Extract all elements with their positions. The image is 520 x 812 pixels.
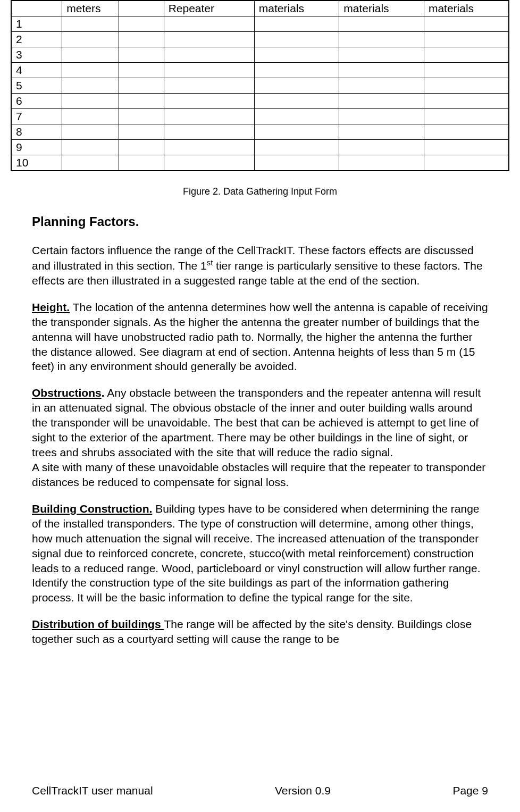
table-header: materials (424, 1, 509, 16)
data-gathering-table: meters Repeater materials materials mate… (11, 0, 509, 171)
intro-paragraph: Certain factors influence the range of t… (32, 243, 488, 288)
obstructions-label: Obstructions (32, 387, 102, 399)
table-row: 5 (11, 78, 509, 94)
height-paragraph: Height. The location of the antenna dete… (32, 300, 488, 374)
table-body: 1 2 3 4 5 6 7 8 9 10 (11, 16, 509, 171)
table-header-row: meters Repeater materials materials mate… (11, 1, 509, 16)
obstructions-paragraph-2: A site with many of these unavoidable ob… (32, 460, 488, 490)
table-header: meters (62, 1, 119, 16)
building-paragraph: Building Construction. Building types ha… (32, 501, 488, 605)
table-header (119, 1, 164, 16)
obstructions-paragraph: Obstructions. Any obstacle between the t… (32, 386, 488, 460)
table-row: 3 (11, 47, 509, 63)
content-area: Planning Factors. Certain factors influe… (11, 214, 509, 647)
table-row: 10 (11, 155, 509, 171)
table-row: 9 (11, 140, 509, 155)
building-label: Building Construction. (32, 503, 152, 515)
table-row: 6 (11, 94, 509, 109)
page-footer: CellTrackIT user manual Version 0.9 Page… (0, 784, 520, 797)
table-header: materials (339, 1, 424, 16)
table-row: 8 (11, 124, 509, 140)
table-row: 4 (11, 63, 509, 78)
footer-left: CellTrackIT user manual (32, 784, 153, 797)
distribution-label: Distribution of buildings (32, 618, 164, 630)
section-heading: Planning Factors. (32, 214, 488, 229)
table-row: 7 (11, 109, 509, 124)
table-row: 1 (11, 16, 509, 32)
table-header: materials (254, 1, 339, 16)
figure-caption: Figure 2. Data Gathering Input Form (11, 186, 509, 197)
table-header: Repeater (164, 1, 254, 16)
distribution-paragraph: Distribution of buildings The range will… (32, 617, 488, 647)
footer-right: Page 9 (452, 784, 488, 797)
table-header (11, 1, 62, 16)
footer-center: Version 0.9 (275, 784, 331, 797)
height-label: Height. (32, 301, 70, 313)
table-row: 2 (11, 32, 509, 47)
